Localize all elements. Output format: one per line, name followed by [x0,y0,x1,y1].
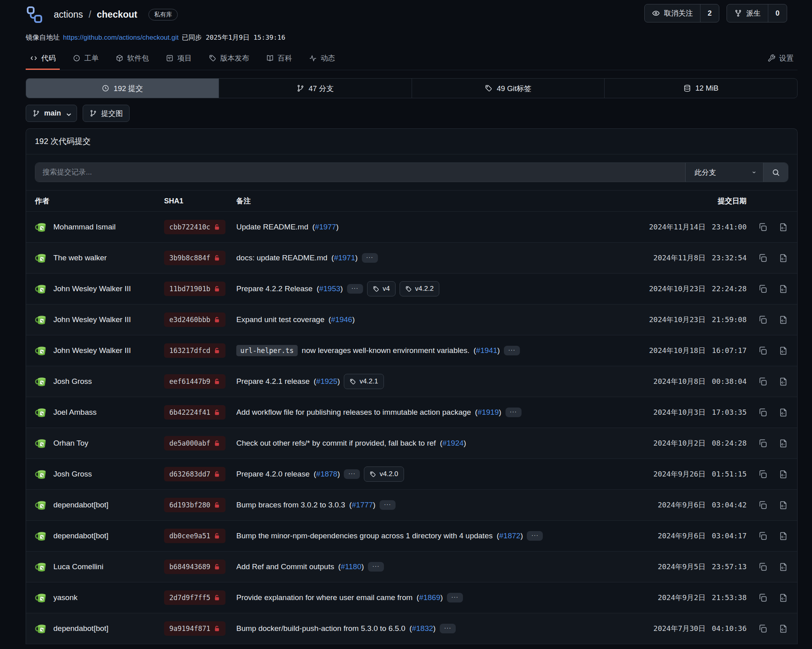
copy-sha-button[interactable] [758,408,768,418]
commit-sha-link[interactable]: 6b42224f41 [164,405,225,420]
commit-sha-link[interactable]: db0cee9a51 [164,529,225,543]
author-name[interactable]: Josh Gross [53,470,92,479]
view-file-at-commit-button[interactable] [778,438,788,448]
search-button[interactable] [763,163,788,182]
tab-releases[interactable]: 版本发布 [205,49,253,70]
expand-commit-body-button[interactable]: ··· [347,284,363,294]
avatar[interactable] [35,437,47,449]
view-file-at-commit-button[interactable] [778,408,788,418]
issue-link[interactable]: #1777 [352,501,373,509]
view-file-at-commit-button[interactable] [778,284,788,294]
issue-link[interactable]: #1946 [331,315,352,324]
author-name[interactable]: dependabot[bot] [53,501,108,509]
expand-commit-body-button[interactable]: ··· [447,593,463,602]
avatar[interactable] [35,221,47,233]
unwatch-button[interactable]: 取消关注 2 [644,4,719,22]
view-file-at-commit-button[interactable] [778,593,788,603]
copy-sha-button[interactable] [758,284,768,294]
issue-link[interactable]: #1832 [412,624,433,633]
commit-sha-link[interactable]: 11bd71901b [164,282,225,296]
site-logo-icon[interactable] [26,6,43,23]
avatar[interactable] [35,406,47,418]
copy-sha-button[interactable] [758,531,768,541]
view-file-at-commit-button[interactable] [778,253,788,263]
tab-code[interactable]: 代码 [26,49,60,70]
author-name[interactable]: The web walker [53,254,107,262]
author-name[interactable]: Josh Gross [53,377,92,386]
stat-tags[interactable]: 49 Git标签 [412,79,605,98]
stat-branches[interactable]: 47 分支 [219,79,412,98]
author-name[interactable]: Joel Ambass [53,408,97,417]
copy-sha-button[interactable] [758,469,768,479]
view-file-at-commit-button[interactable] [778,500,788,510]
expand-commit-body-button[interactable]: ··· [362,253,378,263]
mirror-url-link[interactable]: https://github.com/actions/checkout.git [63,34,179,42]
issue-link[interactable]: #1925 [316,377,337,385]
author-name[interactable]: John Wesley Walker III [53,315,131,324]
branch-scope-select[interactable]: 此分支 [685,163,763,182]
copy-sha-button[interactable] [758,222,768,232]
copy-sha-button[interactable] [758,562,768,572]
view-file-at-commit-button[interactable] [778,624,788,634]
search-input[interactable] [35,163,685,182]
author-name[interactable]: Mohammad Ismail [53,223,116,231]
copy-sha-button[interactable] [758,377,768,387]
issue-link[interactable]: #1977 [315,223,336,231]
release-tag-chip[interactable]: v4 [367,281,396,296]
release-tag-chip[interactable]: v4.2.0 [364,466,404,482]
expand-commit-body-button[interactable]: ··· [527,531,543,541]
expand-commit-body-button[interactable]: ··· [440,624,456,633]
issue-link[interactable]: #1941 [476,346,497,355]
commit-sha-link[interactable]: 2d7d9f7ff5 [164,590,225,605]
view-file-at-commit-button[interactable] [778,346,788,356]
issue-link[interactable]: #1878 [316,470,337,478]
commit-sha-link[interactable]: 9a9194f871 [164,621,225,636]
tab-packages[interactable]: 软件包 [112,49,153,70]
expand-commit-body-button[interactable]: ··· [368,562,384,572]
issue-link[interactable]: #1180 [341,562,361,571]
issue-link[interactable]: #1872 [499,531,520,540]
copy-sha-button[interactable] [758,346,768,356]
copy-sha-button[interactable] [758,438,768,448]
fork-button[interactable]: 派生 0 [727,4,787,22]
view-file-at-commit-button[interactable] [778,469,788,479]
tab-settings[interactable]: 设置 [763,49,798,70]
avatar[interactable] [35,592,47,604]
author-name[interactable]: yasonk [53,593,77,602]
expand-commit-body-button[interactable]: ··· [344,469,360,479]
view-file-at-commit-button[interactable] [778,377,788,387]
breadcrumb-owner-link[interactable]: actions [54,9,83,20]
fork-count[interactable]: 0 [768,4,787,22]
stat-size[interactable]: 12 MiB [605,79,797,98]
view-file-at-commit-button[interactable] [778,531,788,541]
avatar[interactable] [35,283,47,295]
author-name[interactable]: Luca Comellini [53,562,104,571]
issue-link[interactable]: #1953 [319,284,340,293]
tab-projects[interactable]: 项目 [162,49,196,70]
avatar[interactable] [35,314,47,326]
commit-sha-link[interactable]: 6d193bf280 [164,498,225,512]
view-file-at-commit-button[interactable] [778,562,788,572]
release-tag-chip[interactable]: v4.2.2 [400,281,439,296]
author-name[interactable]: dependabot[bot] [53,624,108,633]
expand-commit-body-button[interactable]: ··· [504,346,520,355]
issue-link[interactable]: #1919 [477,408,499,416]
avatar[interactable] [35,499,47,511]
commit-sha-link[interactable]: b684943689 [164,560,225,574]
branch-selector[interactable]: main [26,105,77,122]
expand-commit-body-button[interactable]: ··· [505,408,522,417]
tab-wiki[interactable]: 百科 [262,49,296,70]
commit-sha-link[interactable]: e3d2460bbb [164,312,225,327]
avatar[interactable] [35,468,47,480]
author-name[interactable]: John Wesley Walker III [53,346,131,355]
avatar[interactable] [35,561,47,573]
commit-sha-link[interactable]: de5a000abf [164,436,225,450]
tab-issues[interactable]: 工单 [69,49,103,70]
commit-sha-link[interactable]: d632683dd7 [164,467,225,481]
commit-graph-button[interactable]: 提交图 [83,105,130,122]
commit-sha-link[interactable]: 163217dfcd [164,343,225,358]
release-tag-chip[interactable]: v4.2.1 [344,374,384,389]
copy-sha-button[interactable] [758,593,768,603]
commit-sha-link[interactable]: eef61447b9 [164,374,225,389]
breadcrumb-repo-link[interactable]: checkout [97,9,137,20]
